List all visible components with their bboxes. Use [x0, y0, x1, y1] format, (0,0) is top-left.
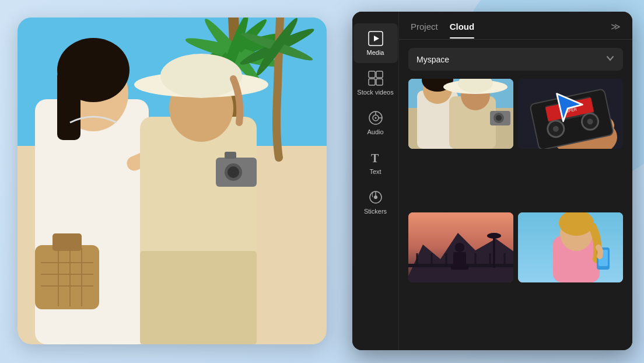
svg-rect-23: [35, 245, 99, 309]
svg-point-83: [487, 233, 501, 239]
svg-point-81: [455, 243, 464, 252]
text-label: Text: [369, 168, 381, 175]
tab-project[interactable]: Project: [411, 22, 438, 39]
app-panel: Media Stock videos: [352, 12, 632, 350]
svg-rect-31: [140, 251, 257, 344]
sidebar-item-text[interactable]: T Text: [354, 142, 398, 182]
stickers-icon: [368, 189, 384, 205]
svg-rect-35: [376, 71, 383, 78]
svg-rect-24: [52, 233, 82, 251]
sidebar-item-stock-videos[interactable]: Stock videos: [354, 63, 398, 103]
media-thumb-2[interactable]: SUPER: [518, 79, 623, 149]
svg-rect-14: [57, 70, 80, 140]
text-icon: T: [368, 149, 384, 166]
dropdown-row: Myspace: [399, 40, 632, 79]
photo-scene-svg: [18, 18, 327, 344]
svg-rect-80: [451, 265, 468, 270]
svg-rect-79: [453, 252, 466, 265]
stickers-label: Stickers: [364, 208, 387, 215]
svg-point-18: [160, 54, 242, 98]
tabs-group: Project Cloud: [411, 22, 474, 39]
main-content: Project Cloud ≫ Myspace: [399, 12, 632, 350]
audio-icon: [368, 110, 384, 126]
svg-point-57: [496, 115, 502, 121]
svg-rect-36: [369, 79, 375, 85]
stock-videos-icon: [368, 70, 384, 86]
dropdown[interactable]: Myspace: [408, 48, 623, 71]
sidebar-item-audio[interactable]: Audio: [354, 103, 398, 142]
svg-point-45: [374, 196, 377, 199]
header-tabs: Project Cloud ≫: [399, 12, 632, 40]
svg-rect-37: [376, 79, 383, 85]
svg-point-21: [228, 166, 239, 178]
main-photo-card: [18, 18, 327, 344]
audio-label: Audio: [367, 128, 383, 135]
svg-marker-33: [374, 36, 379, 41]
svg-rect-82: [493, 236, 495, 268]
tab-cloud[interactable]: Cloud: [450, 22, 475, 39]
stock-videos-label: Stock videos: [357, 89, 393, 96]
svg-point-40: [374, 117, 376, 119]
media-icon: [368, 30, 384, 47]
media-thumb-4[interactable]: [518, 212, 623, 282]
media-thumb-1[interactable]: [408, 79, 513, 149]
collapse-button[interactable]: ≫: [611, 21, 621, 39]
sidebar-item-stickers[interactable]: Stickers: [354, 182, 398, 222]
svg-rect-22: [225, 152, 236, 159]
svg-rect-34: [369, 71, 375, 78]
dropdown-arrow-icon: [606, 54, 615, 65]
svg-text:T: T: [371, 152, 379, 165]
media-thumb-3[interactable]: [408, 212, 513, 282]
media-label: Media: [367, 49, 384, 56]
media-grid: SUPER: [399, 79, 632, 350]
dropdown-label: Myspace: [416, 55, 449, 64]
sidebar: Media Stock videos: [352, 12, 399, 350]
sidebar-item-media[interactable]: Media: [354, 23, 398, 63]
